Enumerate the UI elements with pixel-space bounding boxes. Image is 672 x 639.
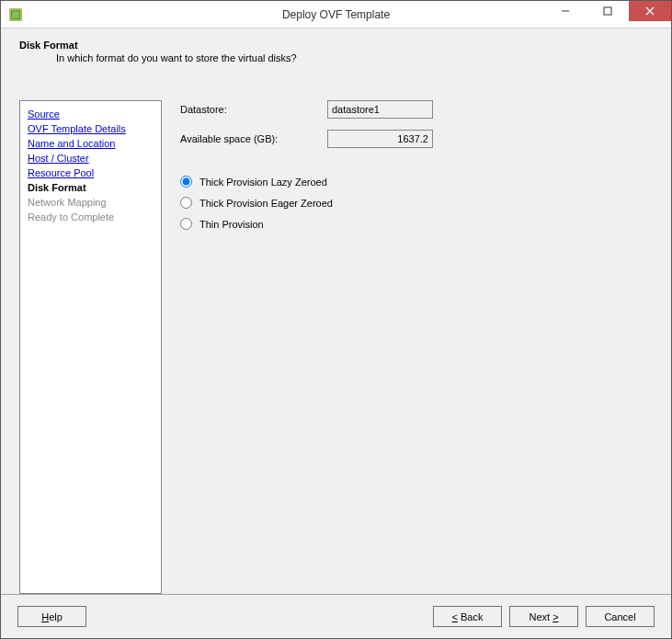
back-button[interactable]: < Back xyxy=(433,606,502,627)
wizard-header: Disk Format In which format do you want … xyxy=(1,29,671,73)
radio-thick-lazy[interactable]: Thick Provision Lazy Zeroed xyxy=(180,176,653,188)
radio-thick-lazy-input[interactable] xyxy=(180,176,192,188)
deploy-ovf-window: Deploy OVF Template Disk Format In which… xyxy=(0,0,672,639)
datastore-label: Datastore: xyxy=(180,104,327,115)
radio-thin-input[interactable] xyxy=(180,218,192,230)
sidebar-item-source[interactable]: Source xyxy=(28,107,154,121)
wizard-steps-sidebar: Source OVF Template Details Name and Loc… xyxy=(19,100,162,594)
radio-label: Thin Provision xyxy=(199,219,264,230)
content-area: Source OVF Template Details Name and Loc… xyxy=(1,73,671,594)
page-title: Disk Format xyxy=(19,40,653,51)
sidebar-item-name-location[interactable]: Name and Location xyxy=(28,136,154,151)
available-space-value: 1637.2 xyxy=(327,130,433,148)
page-subtitle: In which format do you want to store the… xyxy=(56,52,653,63)
titlebar: Deploy OVF Template xyxy=(1,1,671,29)
disk-format-radio-group: Thick Provision Lazy Zeroed Thick Provis… xyxy=(180,176,653,230)
svg-rect-3 xyxy=(604,7,611,15)
radio-label: Thick Provision Lazy Zeroed xyxy=(199,177,327,188)
sidebar-item-host-cluster[interactable]: Host / Cluster xyxy=(28,151,154,165)
radio-thick-eager-input[interactable] xyxy=(180,197,192,209)
sidebar-item-disk-format: Disk Format xyxy=(28,180,154,195)
sidebar-item-ovf-details[interactable]: OVF Template Details xyxy=(28,121,154,136)
available-space-row: Available space (GB): 1637.2 xyxy=(180,130,653,148)
maximize-button[interactable] xyxy=(587,1,629,21)
main-panel: Datastore: datastore1 Available space (G… xyxy=(162,73,653,594)
radio-thin[interactable]: Thin Provision xyxy=(180,218,653,230)
radio-thick-eager[interactable]: Thick Provision Eager Zeroed xyxy=(180,197,653,209)
sidebar-item-ready-complete: Ready to Complete xyxy=(28,210,154,224)
sidebar-item-network-mapping: Network Mapping xyxy=(28,195,154,210)
datastore-value: datastore1 xyxy=(327,100,433,119)
radio-label: Thick Provision Eager Zeroed xyxy=(199,198,333,209)
window-controls xyxy=(544,1,671,28)
minimize-button[interactable] xyxy=(544,1,587,21)
cancel-button[interactable]: Cancel xyxy=(586,606,655,627)
available-space-label: Available space (GB): xyxy=(180,133,327,144)
datastore-row: Datastore: datastore1 xyxy=(180,100,653,119)
help-button[interactable]: Help xyxy=(17,606,86,627)
app-icon xyxy=(8,7,23,22)
close-button[interactable] xyxy=(629,1,671,21)
sidebar-item-resource-pool[interactable]: Resource Pool xyxy=(28,165,154,180)
svg-rect-1 xyxy=(12,10,20,18)
next-button[interactable]: Next > xyxy=(509,606,578,627)
wizard-footer: Help < Back Next > Cancel xyxy=(1,594,671,638)
